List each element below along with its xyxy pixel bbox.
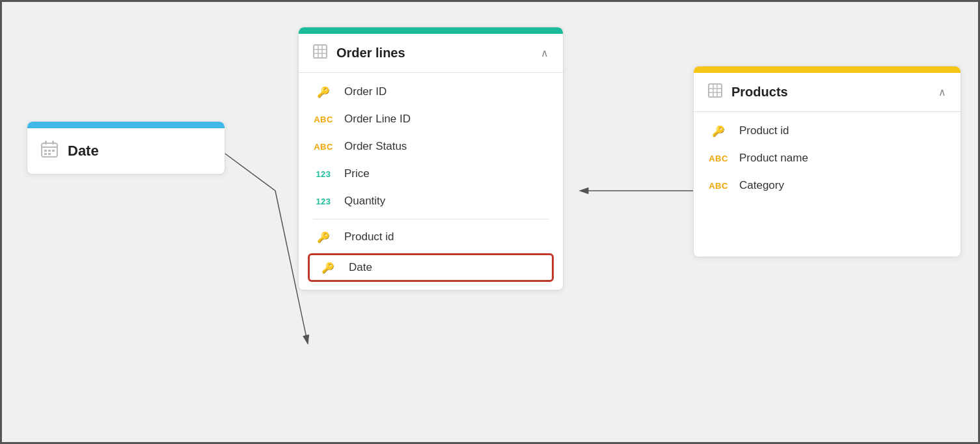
abc-icon-product-name: ABC	[708, 154, 729, 163]
field-order-line-id[interactable]: ABC Order Line ID	[299, 105, 563, 133]
svg-rect-7	[44, 153, 47, 155]
field-product-id-label: Product id	[739, 124, 789, 137]
num-icon-price: 123	[313, 169, 334, 179]
field-order-status[interactable]: ABC Order Status	[299, 133, 563, 160]
abc-icon-order-line-id: ABC	[313, 115, 334, 124]
field-category-label: Category	[739, 179, 784, 192]
field-order-id[interactable]: 🔑 Order ID	[299, 78, 563, 105]
field-order-line-id-label: Order Line ID	[344, 113, 411, 126]
order-lines-title: Order lines	[336, 46, 532, 61]
svg-rect-4	[44, 150, 47, 152]
field-date-label: Date	[349, 261, 372, 274]
svg-rect-6	[52, 150, 55, 152]
products-fields: 🔑 Product id ABC Product name ABC Catego…	[694, 112, 960, 257]
svg-rect-14	[709, 84, 722, 97]
field-order-id-label: Order ID	[344, 85, 387, 98]
key-icon-product-id-fk: 🔑	[313, 231, 334, 243]
field-price-label: Price	[344, 167, 370, 180]
field-price[interactable]: 123 Price	[299, 160, 563, 187]
date-card[interactable]: Date	[27, 121, 225, 174]
abc-icon-order-status: ABC	[313, 142, 334, 152]
field-date-highlighted[interactable]: 🔑 Date	[308, 253, 554, 282]
products-table-icon	[708, 83, 722, 101]
date-card-title: Date	[68, 143, 99, 160]
order-lines-bar	[299, 27, 563, 34]
field-product-name[interactable]: ABC Product name	[694, 145, 960, 172]
abc-icon-category: ABC	[708, 181, 729, 191]
key-icon-order-id: 🔑	[313, 86, 334, 98]
field-product-name-label: Product name	[739, 152, 808, 165]
svg-rect-8	[48, 153, 51, 155]
table-icon	[313, 44, 327, 62]
field-product-id-fk-label: Product id	[344, 230, 394, 243]
svg-rect-5	[48, 150, 51, 152]
order-lines-fields: 🔑 Order ID ABC Order Line ID ABC Order S…	[299, 73, 563, 290]
order-lines-card[interactable]: Order lines ∧ 🔑 Order ID ABC Order Line …	[298, 27, 564, 290]
order-lines-header: Order lines ∧	[299, 34, 563, 73]
field-category[interactable]: ABC Category	[694, 172, 960, 199]
calendar-icon	[40, 140, 59, 162]
products-header: Products ∧	[694, 73, 960, 112]
field-product-id-fk[interactable]: 🔑 Product id	[299, 223, 563, 251]
svg-rect-9	[314, 45, 327, 58]
field-order-status-label: Order Status	[344, 140, 407, 153]
products-bar	[694, 66, 960, 73]
field-quantity-label: Quantity	[344, 195, 385, 208]
key-icon-product-id: 🔑	[708, 125, 729, 137]
date-card-bar	[27, 122, 225, 128]
products-bottom-spacer	[694, 199, 960, 251]
svg-rect-2	[45, 141, 47, 145]
field-quantity[interactable]: 123 Quantity	[299, 187, 563, 215]
products-card[interactable]: Products ∧ 🔑 Product id ABC Product name…	[693, 66, 961, 257]
order-lines-chevron[interactable]: ∧	[541, 47, 549, 59]
key-icon-date: 🔑	[318, 262, 338, 274]
products-chevron[interactable]: ∧	[938, 86, 946, 98]
field-divider	[313, 219, 549, 219]
products-title: Products	[731, 85, 929, 100]
field-product-id[interactable]: 🔑 Product id	[694, 117, 960, 145]
svg-rect-3	[52, 141, 54, 145]
num-icon-quantity: 123	[313, 197, 334, 206]
